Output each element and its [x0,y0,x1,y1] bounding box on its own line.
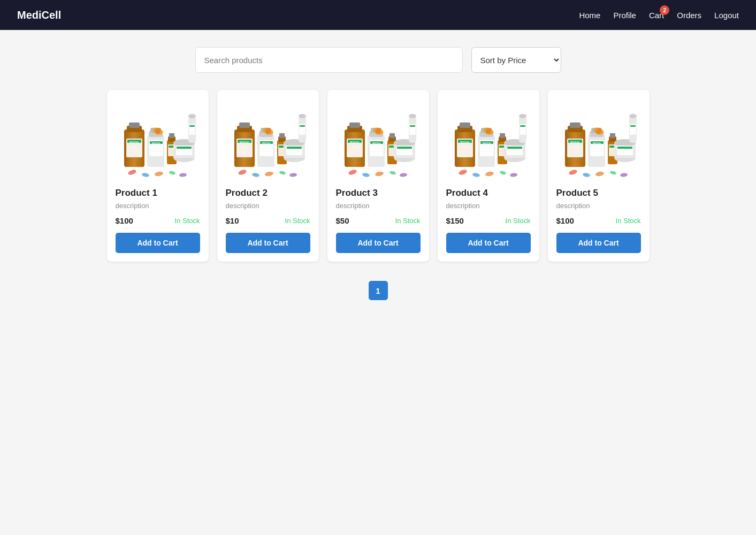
svg-point-136 [472,172,480,177]
product-illustration: MEDICAL MEDICAL [337,100,419,180]
add-to-cart-button[interactable]: Add to Cart [556,233,641,253]
product-name: Product 2 [226,188,310,198]
svg-rect-209 [610,133,615,138]
add-to-cart-button[interactable]: Add to Cart [446,233,531,253]
svg-point-85 [299,114,306,118]
svg-point-46 [251,172,259,177]
svg-point-45 [238,169,247,175]
product-description: description [446,202,531,210]
svg-text:MEDICAL: MEDICAL [262,142,271,144]
page-1-button[interactable]: 1 [369,281,388,300]
navbar: MediCell Home Profile Cart 2 Orders Logo… [0,0,756,30]
nav-logout[interactable]: Logout [714,11,739,20]
svg-text:MEDICAL: MEDICAL [350,141,360,143]
search-input[interactable] [195,47,463,73]
svg-text:MEDICAL: MEDICAL [240,141,250,143]
svg-point-180 [568,169,578,175]
product-card: MEDICAL MEDICAL [438,90,539,262]
product-price: $100 [116,216,133,225]
product-price: $10 [226,216,239,225]
svg-point-184 [620,172,628,177]
svg-point-135 [458,169,468,175]
product-image: MEDICAL MEDICAL [446,98,531,181]
svg-rect-36 [177,147,192,149]
product-price: $150 [446,216,464,225]
svg-point-182 [595,171,604,177]
product-price-row: $50 In Stock [336,216,421,225]
product-card: MEDICAL MEDICAL [327,90,429,262]
product-description: description [226,202,310,210]
svg-point-90 [348,169,357,175]
product-illustration: MEDICAL MEDICAL [447,100,530,180]
svg-text:MEDICAL: MEDICAL [570,141,581,143]
product-name: Product 3 [336,188,421,198]
svg-text:MEDICAL: MEDICAL [372,142,381,144]
svg-rect-132 [410,125,415,127]
nav-profile[interactable]: Profile [613,11,636,20]
svg-point-137 [485,171,494,177]
svg-rect-87 [300,125,305,127]
sort-select[interactable]: Sort by Price Price: Low to High Price: … [471,47,561,73]
svg-rect-222 [630,125,636,127]
product-image: MEDICAL MEDICAL [226,98,310,181]
svg-rect-119 [390,133,395,138]
svg-point-4 [179,172,187,177]
product-stock: In Stock [285,217,310,225]
nav-home[interactable]: Home [579,11,600,20]
cart-badge: 2 [660,5,669,15]
svg-rect-177 [520,125,525,127]
svg-point-175 [519,114,526,118]
brand-logo[interactable]: MediCell [17,9,61,21]
product-stock: In Stock [175,217,200,225]
svg-point-49 [289,172,297,177]
svg-rect-53 [239,123,250,128]
svg-point-93 [389,170,396,175]
svg-text:MEDICAL: MEDICAL [483,142,492,144]
svg-point-94 [400,172,408,177]
svg-point-2 [154,171,163,177]
product-description: description [556,202,641,210]
product-description: description [336,202,421,210]
nav-links: Home Profile Cart 2 Orders Logout [579,11,739,20]
add-to-cart-button[interactable]: Add to Cart [336,233,421,253]
product-stock: In Stock [616,217,641,225]
svg-point-181 [582,172,590,177]
product-image: MEDICAL MEDICAL [116,98,200,181]
product-illustration: MEDICAL MEDICAL [226,100,309,180]
product-card: MEDICAL MEDICAL [548,90,650,262]
svg-rect-98 [349,123,360,128]
svg-point-138 [499,170,506,175]
product-price: $100 [556,216,574,225]
nav-orders[interactable]: Orders [677,11,701,20]
svg-rect-29 [169,133,174,138]
svg-rect-188 [570,123,581,128]
svg-text:MEDICAL: MEDICAL [129,141,140,143]
product-name: Product 4 [446,188,531,198]
product-stock: In Stock [395,217,421,225]
product-price-row: $150 In Stock [446,216,531,225]
svg-rect-164 [500,133,505,138]
svg-point-1 [141,172,149,177]
svg-point-40 [188,114,196,118]
svg-text:MEDICAL: MEDICAL [460,141,470,143]
svg-rect-81 [287,147,302,149]
product-name: Product 5 [556,188,641,198]
svg-rect-8 [129,123,140,128]
svg-point-220 [629,114,637,118]
product-image: MEDICAL MEDICAL [336,98,421,181]
product-price-row: $100 In Stock [556,216,641,225]
product-illustration: MEDICAL MEDICAL [557,100,640,180]
svg-point-3 [169,170,175,175]
svg-text:MEDICAL: MEDICAL [593,142,602,144]
svg-point-91 [362,172,370,177]
search-sort-bar: Sort by Price Price: Low to High Price: … [43,47,713,73]
add-to-cart-button[interactable]: Add to Cart [226,233,310,253]
product-stock: In Stock [506,217,531,225]
cart-wrapper: Cart 2 [649,11,664,20]
product-price-row: $10 In Stock [226,216,310,225]
svg-rect-42 [189,125,195,127]
add-to-cart-button[interactable]: Add to Cart [116,233,200,253]
svg-point-139 [510,172,518,177]
product-description: description [116,202,200,210]
svg-rect-143 [460,123,470,128]
